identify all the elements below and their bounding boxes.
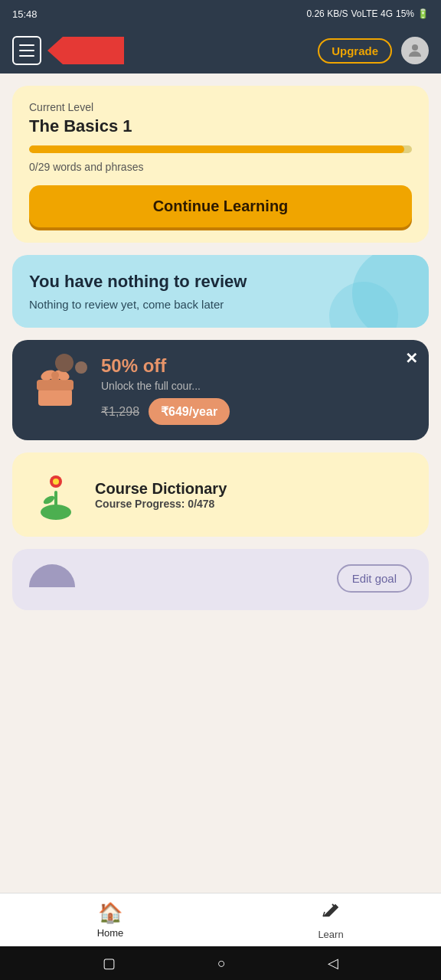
system-nav: ▢ ○ ◁ [0, 946, 441, 980]
profile-icon[interactable] [401, 37, 429, 64]
svg-point-7 [51, 371, 59, 379]
flower-icon [29, 468, 83, 521]
edit-goal-button[interactable]: Edit goal [337, 564, 412, 593]
recent-apps-button[interactable]: ▢ [103, 955, 116, 972]
status-bar: 15:48 0.26 KB/S VoLTE 4G 15% 🔋 [0, 0, 441, 28]
nav-learn-label: Learn [318, 929, 343, 940]
hamburger-line-2 [19, 50, 34, 51]
home-system-button[interactable]: ○ [217, 956, 226, 972]
gift-icon-container [28, 360, 89, 421]
current-level-title: The Basics 1 [29, 116, 412, 136]
progress-bar-fill [29, 145, 404, 153]
upgrade-button[interactable]: Upgrade [318, 38, 392, 64]
svg-point-0 [412, 44, 418, 51]
progress-bar-bg [29, 145, 412, 153]
nav-home-label: Home [97, 927, 124, 939]
bottom-nav: 🏠 Home Learn [0, 893, 441, 946]
network-type: VoLTE 4G [351, 8, 392, 19]
svg-rect-3 [38, 389, 72, 406]
svg-point-11 [53, 479, 59, 485]
hamburger-line-1 [19, 44, 34, 46]
words-phrases: 0/29 words and phrases [29, 161, 412, 173]
svg-point-12 [42, 495, 56, 506]
promo-circle-large [55, 354, 74, 372]
promo-sale-button[interactable]: ₹649/year [149, 398, 230, 425]
header: Upgrade [0, 28, 441, 74]
current-level-label: Current Level [29, 101, 412, 113]
svg-rect-9 [54, 491, 57, 511]
review-card: You have nothing to review Nothing to re… [12, 255, 429, 328]
header-right: Upgrade [318, 37, 429, 64]
learn-icon [320, 900, 341, 926]
battery: 15% [396, 8, 414, 19]
arrow-indicator [47, 37, 124, 64]
home-icon: 🏠 [98, 901, 122, 925]
status-bar-right: 0.26 KB/S VoLTE 4G 15% 🔋 [306, 8, 429, 19]
promo-original-price: ₹1,298 [101, 404, 139, 419]
promo-pricing: ₹1,298 ₹649/year [101, 398, 413, 425]
goal-arc [29, 564, 75, 587]
main-content: Current Level The Basics 1 0/29 words an… [0, 74, 441, 893]
back-button[interactable]: ◁ [328, 955, 338, 972]
hamburger-line-3 [19, 55, 34, 57]
current-level-card: Current Level The Basics 1 0/29 words an… [12, 86, 429, 243]
promo-close-button[interactable]: ✕ [405, 349, 418, 368]
promo-text: 50% off Unlock the full cour... ₹1,298 ₹… [101, 355, 413, 425]
header-left [12, 36, 124, 65]
promo-discount: 50% off [101, 355, 413, 377]
dictionary-subtitle: Course Progress: 0/478 [95, 498, 227, 510]
nav-learn[interactable]: Learn [220, 893, 441, 946]
nav-home[interactable]: 🏠 Home [0, 893, 220, 946]
svg-rect-4 [37, 380, 74, 390]
goal-card: Edit goal [12, 549, 429, 610]
dictionary-text: Course Dictionary Course Progress: 0/478 [95, 480, 227, 510]
battery-icon: 🔋 [417, 8, 429, 19]
dictionary-card[interactable]: Course Dictionary Course Progress: 0/478 [12, 452, 429, 537]
dictionary-title: Course Dictionary [95, 480, 227, 498]
continue-learning-button[interactable]: Continue Learning [29, 185, 412, 227]
menu-button[interactable] [12, 36, 41, 65]
promo-card: 50% off Unlock the full cour... ₹1,298 ₹… [12, 340, 429, 440]
promo-description: Unlock the full cour... [101, 380, 413, 392]
promo-circle-small [75, 361, 87, 374]
status-time: 15:48 [12, 8, 38, 20]
network-speed: 0.26 KB/S [306, 8, 348, 19]
